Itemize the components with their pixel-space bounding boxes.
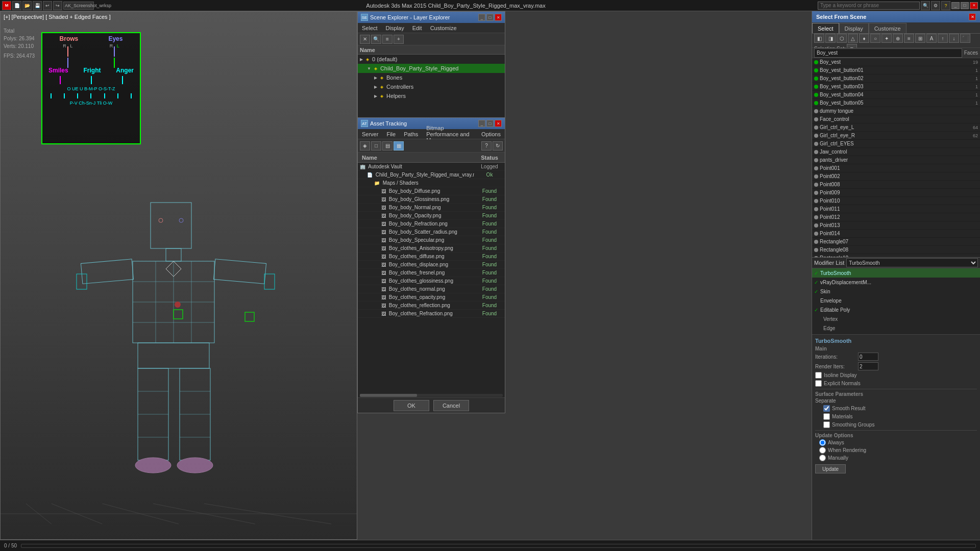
tree-item-helpers[interactable]: ▶ ◈ Helpers [358,91,505,101]
object-name-input[interactable] [814,48,962,58]
sfs-list-item[interactable]: Girl_ctrl_EYES [812,140,980,148]
sfs-list-item[interactable]: Point009 [812,189,980,197]
at-menu-options[interactable]: Options [479,131,503,137]
at-file-row[interactable]: 🖼 Boy_clothes_reflection.png Found [358,302,505,310]
at-file-row[interactable]: 🖼 Boy_clothes_opacity.png Found [358,293,505,302]
sfs-object-list[interactable]: Boy_vest 19 Boy_vest_button01 1 Boy_vest… [812,58,980,257]
sfs-list-item[interactable]: Boy_vest_button01 1 [812,66,980,74]
redo-btn[interactable]: ↪ [53,1,62,10]
se-menu-display[interactable]: Display [384,25,406,31]
at-file-row[interactable]: 🖼 Boy_body_Diffuse.png Found [358,187,505,195]
sfs-tb-8[interactable]: ⊕ [893,34,903,43]
mod-edge[interactable]: Edge [812,323,980,333]
se-tb-close[interactable]: ✕ [360,35,370,44]
radio-manually-input[interactable] [819,455,826,461]
at-menu-file[interactable]: File [384,131,398,137]
sfs-list-item[interactable]: dummy tongue [812,107,980,115]
at-tb-4[interactable]: ▦ [394,141,404,151]
scene-explorer-max[interactable]: □ [486,14,494,21]
sfs-list-item[interactable]: Rectangle08 [812,246,980,254]
sfs-tb-10[interactable]: ⊞ [915,34,925,43]
se-menu-edit[interactable]: Edit [410,25,424,31]
at-file-row[interactable]: 🖼 Boy_body_Refraction.png Found [358,220,505,228]
update-btn[interactable]: Update [815,464,846,473]
sfs-tb-3[interactable]: ⬡ [837,34,847,43]
keyword-search[interactable] [818,2,920,10]
radio-rendering-input[interactable] [819,447,826,454]
tab-display[interactable]: Display [839,23,869,33]
modifier-dropdown[interactable]: TurboSmooth [846,258,978,267]
close-btn[interactable]: ✕ [970,2,978,9]
at-file-row[interactable]: 🏢 Autodesk Vault Logged [358,163,505,171]
sfs-tb-14[interactable]: ⬛ [960,34,970,43]
mod-envelope[interactable]: Envelope [812,296,980,305]
at-file-row[interactable]: 📄 Child_Boy_Party_Style_Rigged_max_vray.… [358,171,505,179]
at-tb-1[interactable]: ◈ [360,141,370,151]
sfs-list-item[interactable]: Point002 [812,172,980,181]
mod-vray[interactable]: ✓ vRayDisplacementM... [812,278,980,287]
at-file-row[interactable]: 🖼 Boy_clothes_Anisotropy.png Found [358,244,505,253]
at-menu-paths[interactable]: Paths [402,131,420,137]
min-btn[interactable]: _ [951,2,960,9]
sfs-list-item[interactable]: Jaw_control [812,148,980,156]
sfs-list-item[interactable]: Girl_ctrl_eye_L 64 [812,123,980,132]
at-file-row[interactable]: 🖼 Boy_clothes_glossiness.png Found [358,277,505,285]
materials-check[interactable] [823,413,830,420]
sfs-list-item[interactable]: Point013 [812,221,980,230]
sfs-list-item[interactable]: Face_control [812,115,980,123]
sfs-list-item[interactable]: Point010 [812,197,980,205]
at-file-row[interactable]: 🖼 Boy_body_Specular.png Found [358,236,505,244]
se-tb-expand[interactable]: + [394,35,404,44]
mod-turbosmooth[interactable]: ✓ TurboSmooth [812,268,980,278]
sfs-list-item[interactable]: Rectangle07 [812,238,980,246]
sfs-tb-12[interactable]: ↑ [938,34,948,43]
sfs-list-item[interactable]: Point001 [812,164,980,172]
at-file-row[interactable]: 📁 Maps / Shaders [358,179,505,187]
sfs-list-item[interactable]: Girl_ctrl_eye_R 62 [812,132,980,140]
sfs-list-item[interactable]: Point011 [812,205,980,213]
mod-skin[interactable]: ✓ Skin [812,287,980,296]
at-ok-btn[interactable]: OK [394,400,429,411]
at-file-list[interactable]: 🏢 Autodesk Vault Logged 📄 Child_Boy_Part… [358,163,505,393]
sfs-list-item[interactable]: pants_driver [812,156,980,164]
sfs-tb-1[interactable]: ◧ [814,34,824,43]
viewport[interactable]: [+] [Perspective] [ Shaded + Edged Faces… [0,11,357,540]
at-file-row[interactable]: 🖼 Boy_clothes_fresnel.png Found [358,269,505,277]
at-file-row[interactable]: 🖼 Boy_body_Scatter_radius.png Found [358,228,505,236]
radio-always-input[interactable] [819,439,826,446]
sfs-list-item[interactable]: Boy_vest 19 [812,58,980,66]
sfs-list-item[interactable]: Boy_vest_button02 1 [812,74,980,83]
sfs-list-item[interactable]: Point008 [812,181,980,189]
at-file-row[interactable]: 🖼 Boy_body_Normal.png Found [358,204,505,212]
at-tb-help[interactable]: ? [481,141,492,151]
at-max[interactable]: □ [486,120,494,127]
sfs-list-item[interactable]: Point012 [812,213,980,221]
at-tb-3[interactable]: ▤ [382,141,393,151]
tree-item-layer0[interactable]: ▶ ◈ 0 (default) [358,55,505,64]
help-icon[interactable]: ? [941,1,950,10]
render-iters-input[interactable] [858,362,878,370]
tab-customize[interactable]: Customize [869,23,906,33]
sfs-list-item[interactable]: Boy_vest_button05 1 [812,99,980,107]
sfs-list-item[interactable]: Boy_vest_button03 1 [812,83,980,91]
scene-explorer-close[interactable]: ✕ [495,14,502,21]
sfs-list-item[interactable]: Point014 [812,230,980,238]
settings-icon[interactable]: ⚙ [931,1,940,10]
sfs-list-item[interactable]: Boy_vest_button04 1 [812,91,980,99]
se-menu-customize[interactable]: Customize [428,25,459,31]
max-btn[interactable]: □ [961,2,969,9]
save-btn[interactable]: 💾 [33,1,42,10]
sfs-tb-9[interactable]: ≡ [904,34,914,43]
mod-editable-poly[interactable]: ✓ Editable Poly [812,305,980,314]
search-icon[interactable]: 🔍 [921,1,930,10]
scene-explorer-title-bar[interactable]: SE Scene Explorer - Layer Explorer _ □ ✕ [358,12,505,23]
open-btn[interactable]: 📂 [22,1,32,10]
se-menu-select[interactable]: Select [360,25,380,31]
new-btn[interactable]: 📄 [12,1,21,10]
se-tb-filter[interactable]: 🔍 [371,35,381,44]
sfs-tb-7[interactable]: ✦ [881,34,892,43]
at-close[interactable]: ✕ [495,120,502,127]
sfs-tb-2[interactable]: ◨ [825,34,836,43]
tree-item-bones[interactable]: ▶ ◈ Bones [358,73,505,82]
tab-select[interactable]: Select [812,23,839,33]
